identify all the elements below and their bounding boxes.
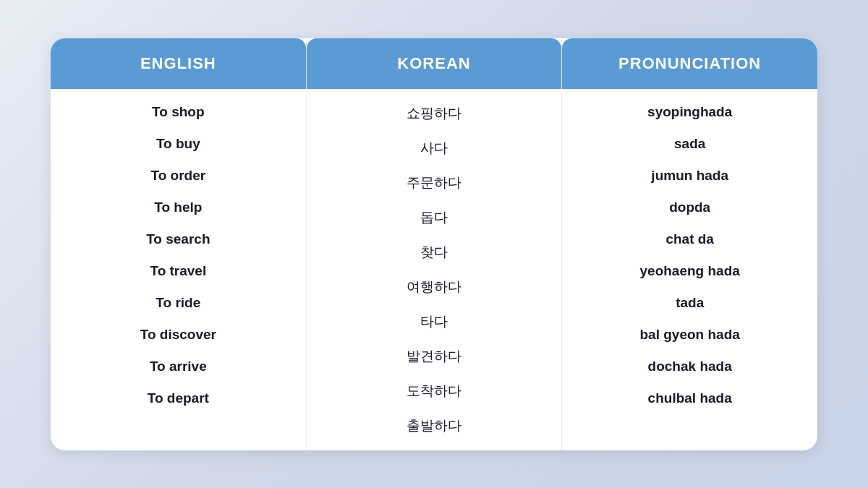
cell-english-3: To help (51, 192, 306, 223)
cell-pronunciation-8: dochak hada (562, 351, 817, 382)
cell-korean-4: 찾다 (307, 235, 562, 270)
cell-english-7: To discover (51, 319, 306, 351)
cell-english-8: To arrive (51, 351, 306, 382)
cell-korean-5: 여행하다 (307, 270, 562, 304)
cell-korean-8: 도착하다 (307, 374, 562, 408)
cell-pronunciation-5: yeohaeng hada (562, 255, 817, 287)
cell-english-6: To ride (51, 287, 306, 319)
cell-pronunciation-9: chulbal hada (562, 382, 817, 414)
cell-pronunciation-1: sada (562, 128, 817, 160)
cell-korean-1: 사다 (307, 131, 562, 166)
body-pronunciation: syopinghadasadajumun hadadopdachat dayeo… (562, 89, 817, 421)
column-pronunciation: PRONUNCIATIONsyopinghadasadajumun hadado… (562, 38, 817, 450)
cell-pronunciation-2: jumun hada (562, 160, 817, 192)
column-english: ENGLISHTo shopTo buyTo orderTo helpTo se… (51, 38, 307, 450)
body-korean: 쇼핑하다사다주문하다돕다찾다여행하다타다발견하다도착하다출발하다 (307, 89, 562, 450)
cell-english-0: To shop (51, 96, 306, 128)
cell-english-9: To depart (51, 382, 306, 414)
body-english: To shopTo buyTo orderTo helpTo searchTo … (51, 89, 306, 421)
column-korean: KOREAN쇼핑하다사다주문하다돕다찾다여행하다타다발견하다도착하다출발하다 (307, 38, 563, 450)
cell-pronunciation-0: syopinghada (562, 96, 817, 128)
vocabulary-table: ENGLISHTo shopTo buyTo orderTo helpTo se… (51, 38, 817, 450)
cell-pronunciation-4: chat da (562, 223, 817, 255)
cell-english-5: To travel (51, 255, 306, 287)
cell-pronunciation-7: bal gyeon hada (562, 319, 817, 351)
cell-english-4: To search (51, 223, 306, 255)
header-pronunciation: PRONUNCIATION (562, 38, 817, 89)
header-korean: KOREAN (307, 38, 562, 89)
cell-pronunciation-6: tada (562, 287, 817, 319)
cell-pronunciation-3: dopda (562, 192, 817, 223)
cell-korean-3: 돕다 (307, 200, 562, 235)
cell-korean-9: 출발하다 (307, 408, 562, 443)
cell-english-2: To order (51, 160, 306, 192)
cell-korean-2: 주문하다 (307, 166, 562, 200)
cell-english-1: To buy (51, 128, 306, 160)
cell-korean-0: 쇼핑하다 (307, 96, 562, 131)
cell-korean-6: 타다 (307, 304, 562, 339)
cell-korean-7: 발견하다 (307, 339, 562, 374)
header-english: ENGLISH (51, 38, 306, 89)
